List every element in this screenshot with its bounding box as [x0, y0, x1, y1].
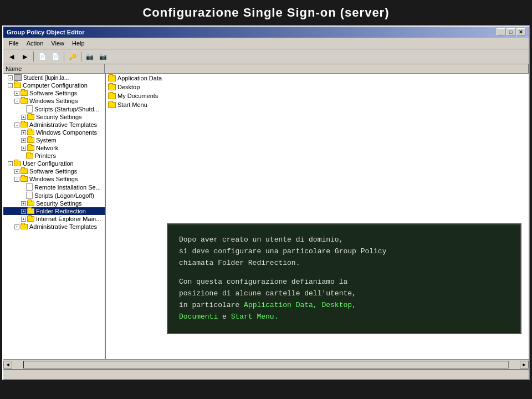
tree-software-settings-1[interactable]: + Software Settings	[3, 89, 105, 97]
tree-internet-explorer[interactable]: + Internet Explorer Main...	[3, 215, 105, 223]
tree-windows-settings-1[interactable]: - Windows Settings	[3, 97, 105, 105]
internet-explorer-expand[interactable]: +	[21, 217, 26, 222]
tree-security-settings-2[interactable]: + Security Settings	[3, 200, 105, 207]
security-settings-2-expand[interactable]: +	[21, 201, 26, 206]
tree-system-1[interactable]: + System	[3, 136, 105, 144]
admin-templates-2-icon	[21, 224, 28, 229]
windows-settings-1-icon	[21, 98, 28, 104]
windows-components-1-icon	[27, 130, 34, 135]
software-settings-1-label: Software Settings	[29, 90, 77, 96]
appdata-label: Application Data	[117, 75, 162, 81]
root-computer-icon	[14, 74, 22, 81]
scripts-logon-icon	[26, 192, 33, 199]
right-column-header	[105, 64, 529, 73]
printers-1-icon	[26, 153, 33, 158]
tree-admin-templates-1[interactable]: - Administrative Templates	[3, 121, 105, 129]
tree-panel[interactable]: - Studenti [lupin.la... - Computer Confi…	[3, 74, 106, 359]
security-settings-2-icon	[27, 201, 34, 206]
horizontal-scrollbar[interactable]	[23, 361, 509, 369]
overlay-text1: Dopo aver creato un utente di dominio,	[179, 236, 343, 244]
scripts-logon-label: Scripts (Logon/Logoff)	[34, 192, 94, 199]
folder-redirection-icon	[27, 208, 34, 214]
right-item-mydocs[interactable]: My Documents	[106, 91, 529, 100]
security-settings-1-expand[interactable]: +	[21, 115, 26, 120]
tree-user-config[interactable]: - User Configuration	[3, 160, 105, 167]
menu-file[interactable]: File	[6, 39, 22, 48]
tree-scripts-logon[interactable]: Scripts (Logon/Logoff)	[3, 191, 105, 200]
tree-software-settings-2[interactable]: + Software Settings	[3, 167, 105, 175]
desktop-label: Desktop	[117, 84, 140, 90]
windows-components-1-expand[interactable]: +	[21, 130, 26, 135]
desktop-folder-icon	[108, 84, 116, 90]
maximize-button[interactable]: □	[507, 28, 515, 36]
mydocs-label: My Documents	[117, 93, 158, 99]
admin-templates-2-expand[interactable]: +	[14, 224, 19, 229]
software-settings-2-label: Software Settings	[29, 168, 77, 175]
overlay-text3: chiamata Folder Redirection.	[179, 259, 300, 267]
menu-help[interactable]: Help	[69, 39, 88, 48]
toolbar-key[interactable]: 🔑	[66, 50, 79, 63]
tree-root-node[interactable]: - Studenti [lupin.la...	[3, 74, 105, 81]
root-expand-icon[interactable]: -	[8, 75, 13, 80]
startmenu-label: Start Menu	[117, 101, 147, 108]
network-1-label: Network	[36, 145, 58, 151]
security-settings-1-icon	[27, 114, 34, 120]
windows-settings-2-icon	[21, 176, 28, 182]
menu-view[interactable]: View	[48, 39, 68, 48]
tree-folder-redirection[interactable]: + Folder Redirection	[3, 207, 105, 215]
scripts-startup-icon	[26, 105, 33, 112]
printers-1-label: Printers	[35, 152, 56, 159]
tree-root-label: Studenti [lupin.la...	[23, 75, 69, 81]
system-1-expand[interactable]: +	[21, 138, 26, 143]
window-controls: _ □ ✕	[497, 28, 525, 36]
tree-remote-install[interactable]: Remote Installation Se...	[3, 183, 105, 191]
tree-windows-settings-2[interactable]: - Windows Settings	[3, 175, 105, 183]
overlay-info-box: Dopo aver creato un utente di dominio, s…	[167, 223, 521, 334]
status-bar	[3, 369, 529, 379]
scroll-left-button[interactable]: ◄	[3, 361, 12, 369]
tree-network-1[interactable]: + Network	[3, 144, 105, 152]
toolbar-icon2[interactable]: 📷	[97, 50, 109, 63]
overlay-e-text: e	[222, 313, 231, 321]
network-1-expand[interactable]: +	[21, 146, 26, 151]
minimize-button[interactable]: _	[497, 28, 505, 36]
software-settings-2-expand[interactable]: +	[14, 169, 19, 174]
tree-security-settings-1[interactable]: + Security Settings	[3, 113, 105, 121]
windows-settings-2-expand[interactable]: -	[14, 177, 19, 182]
tree-admin-templates-2[interactable]: + Administrative Templates	[3, 223, 105, 231]
main-window: Group Policy Object Editor _ □ ✕ File Ac…	[2, 25, 530, 380]
toolbar-forward[interactable]: ▶	[19, 50, 31, 63]
right-item-desktop[interactable]: Desktop	[106, 83, 529, 91]
right-item-startmenu[interactable]: Start Menu	[106, 100, 529, 109]
overlay-paragraph-1: Dopo aver creato un utente di dominio, s…	[179, 234, 509, 269]
computer-config-expand[interactable]: -	[8, 83, 13, 88]
windows-settings-2-label: Windows Settings	[29, 176, 78, 182]
windows-settings-1-expand[interactable]: -	[14, 99, 19, 104]
user-config-expand[interactable]: -	[8, 161, 13, 166]
overlay-documenti-highlight: Documenti	[179, 313, 218, 321]
folder-redirection-expand[interactable]: +	[21, 209, 26, 214]
remote-install-label: Remote Installation Se...	[34, 184, 101, 191]
toolbar-icon1[interactable]: 📷	[84, 50, 96, 63]
toolbar-back[interactable]: ◀	[6, 50, 18, 63]
tree-printers-1[interactable]: Printers	[3, 152, 105, 160]
right-item-appdata[interactable]: Application Data	[106, 74, 529, 83]
window-title-bar: Group Policy Object Editor _ □ ✕	[3, 27, 529, 38]
software-settings-1-icon	[21, 90, 28, 96]
software-settings-1-expand[interactable]: +	[14, 91, 19, 96]
tree-computer-config[interactable]: - Computer Configuration	[3, 81, 105, 89]
toolbar-sep-1	[33, 52, 34, 62]
tree-scripts-startup[interactable]: Scripts (Startup/Shutd...	[3, 105, 105, 113]
tree-windows-components-1[interactable]: + Windows Components	[3, 129, 105, 136]
startmenu-folder-icon	[108, 102, 116, 108]
menu-action[interactable]: Action	[23, 39, 47, 48]
scripts-startup-label: Scripts (Startup/Shutd...	[34, 106, 99, 112]
toolbar-sep-2	[64, 52, 64, 62]
admin-templates-1-expand[interactable]: -	[14, 122, 19, 127]
toolbar-up[interactable]: 📄	[36, 50, 48, 63]
folder-redirection-label: Folder Redirection	[36, 208, 86, 214]
close-button[interactable]: ✕	[516, 28, 525, 36]
overlay-text6: in particolare	[179, 301, 239, 309]
scroll-right-button[interactable]: ►	[520, 361, 529, 369]
toolbar-copy[interactable]: 📄	[49, 50, 62, 63]
